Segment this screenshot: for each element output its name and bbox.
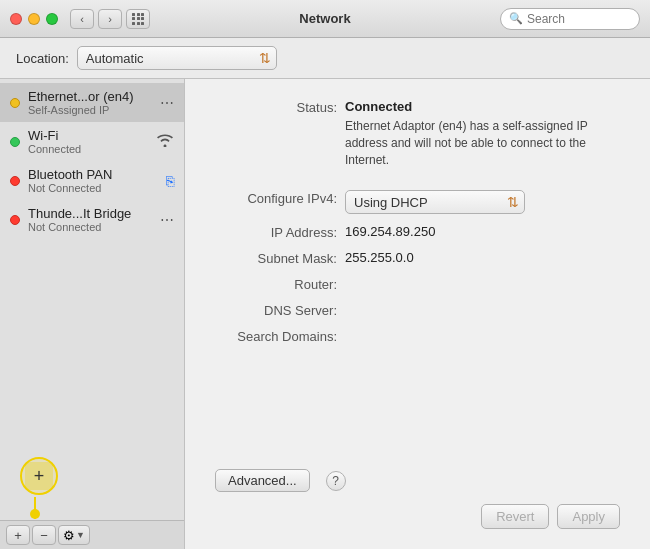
subnet-row: Subnet Mask: 255.255.0.0 [215,250,620,266]
close-button[interactable] [10,13,22,25]
subnet-value: 255.255.0.0 [345,250,620,265]
sidebar-item-sub-bluetooth: Not Connected [28,182,166,194]
sidebar-item-sub-wifi: Connected [28,143,156,155]
sidebar-item-info-bluetooth: Bluetooth PAN Not Connected [28,167,166,194]
wifi-icon [156,133,174,150]
sidebar-item-sub-thunderbolt: Not Connected [28,221,156,233]
search-icon: 🔍 [509,12,523,25]
status-description: Ethernet Adaptor (en4) has a self-assign… [345,118,620,168]
detail-panel: Status: Connected Ethernet Adaptor (en4)… [185,79,650,549]
action-buttons: Revert Apply [215,504,620,529]
main-area: Location: Automatic Edit Locations... ⇅ … [0,38,650,549]
status-row: Status: Connected Ethernet Adaptor (en4)… [215,99,620,168]
help-button[interactable]: ? [326,471,346,491]
status-dot-bluetooth [10,176,20,186]
status-content: Connected Ethernet Adaptor (en4) has a s… [345,99,620,168]
configure-row: Configure IPv4: Using DHCP Manually Off … [215,190,620,214]
ip-row: IP Address: 169.254.89.250 [215,224,620,240]
traffic-lights [10,13,58,25]
minimize-button[interactable] [28,13,40,25]
add-network-button[interactable]: + [6,525,30,545]
sidebar-item-name-thunderbolt: Thunde...It Bridge [28,206,156,221]
ip-label: IP Address: [215,224,345,240]
gear-icon: ⚙ [63,528,75,543]
status-dot-wifi [10,137,20,147]
apply-button[interactable]: Apply [557,504,620,529]
add-highlight-ring: + [20,457,58,495]
dots-icon-thunderbolt: ⋯ [160,212,174,228]
status-dot-thunderbolt [10,215,20,225]
add-highlight-wrapper: + [20,457,58,517]
search-domains-row: Search Domains: [215,328,620,344]
dots-icon-ethernet: ⋯ [160,95,174,111]
maximize-button[interactable] [46,13,58,25]
remove-network-button[interactable]: − [32,525,56,545]
status-label: Status: [215,99,345,115]
router-label: Router: [215,276,345,292]
subnet-label: Subnet Mask: [215,250,345,266]
sidebar-item-sub-ethernet: Self-Assigned IP [28,104,156,116]
status-value: Connected [345,99,412,114]
location-bar: Location: Automatic Edit Locations... ⇅ [0,38,650,79]
gear-chevron-icon: ▼ [76,530,85,540]
add-highlight-inner: + [25,462,53,490]
sidebar-item-ethernet[interactable]: Ethernet...or (en4) Self-Assigned IP ⋯ [0,83,184,122]
sidebar-item-name-wifi: Wi-Fi [28,128,156,143]
sidebar-item-name-bluetooth: Bluetooth PAN [28,167,166,182]
revert-button[interactable]: Revert [481,504,549,529]
search-box[interactable]: 🔍 [500,8,640,30]
sidebar-item-bluetooth[interactable]: Bluetooth PAN Not Connected ⎘ [0,161,184,200]
sidebar-item-info-wifi: Wi-Fi Connected [28,128,156,155]
location-label: Location: [16,51,69,66]
location-select-wrapper: Automatic Edit Locations... ⇅ [77,46,277,70]
sidebar-item-name-ethernet: Ethernet...or (en4) [28,89,156,104]
advanced-area: Advanced... ? [215,469,346,492]
configure-label: Configure IPv4: [215,190,345,206]
back-button[interactable]: ‹ [70,9,94,29]
sidebar-item-thunderbolt[interactable]: Thunde...It Bridge Not Connected ⋯ [0,200,184,239]
body-split: Ethernet...or (en4) Self-Assigned IP ⋯ W… [0,79,650,549]
sidebar: Ethernet...or (en4) Self-Assigned IP ⋯ W… [0,79,185,549]
grid-button[interactable] [126,9,150,29]
search-domains-label: Search Domains: [215,328,345,344]
configure-select-wrapper: Using DHCP Manually Off ⇅ [345,190,525,214]
window-title: Network [299,11,350,26]
sidebar-item-info-ethernet: Ethernet...or (en4) Self-Assigned IP [28,89,156,116]
bluetooth-icon: ⎘ [166,173,174,189]
sidebar-list: Ethernet...or (en4) Self-Assigned IP ⋯ W… [0,79,184,520]
detail-bottom-row: Advanced... ? [215,469,620,492]
ip-value: 169.254.89.250 [345,224,620,239]
gear-button[interactable]: ⚙ ▼ [58,525,90,545]
dns-label: DNS Server: [215,302,345,318]
nav-buttons: ‹ › [70,9,122,29]
dns-row: DNS Server: [215,302,620,318]
router-row: Router: [215,276,620,292]
configure-select[interactable]: Using DHCP Manually Off [345,190,525,214]
status-dot-ethernet [10,98,20,108]
sidebar-toolbar: + − ⚙ ▼ [0,520,184,549]
advanced-button[interactable]: Advanced... [215,469,310,492]
location-select[interactable]: Automatic Edit Locations... [77,46,277,70]
title-bar: ‹ › Network 🔍 [0,0,650,38]
forward-button[interactable]: › [98,9,122,29]
sidebar-item-wifi[interactable]: Wi-Fi Connected [0,122,184,161]
search-input[interactable] [527,12,631,26]
sidebar-item-info-thunderbolt: Thunde...It Bridge Not Connected [28,206,156,233]
